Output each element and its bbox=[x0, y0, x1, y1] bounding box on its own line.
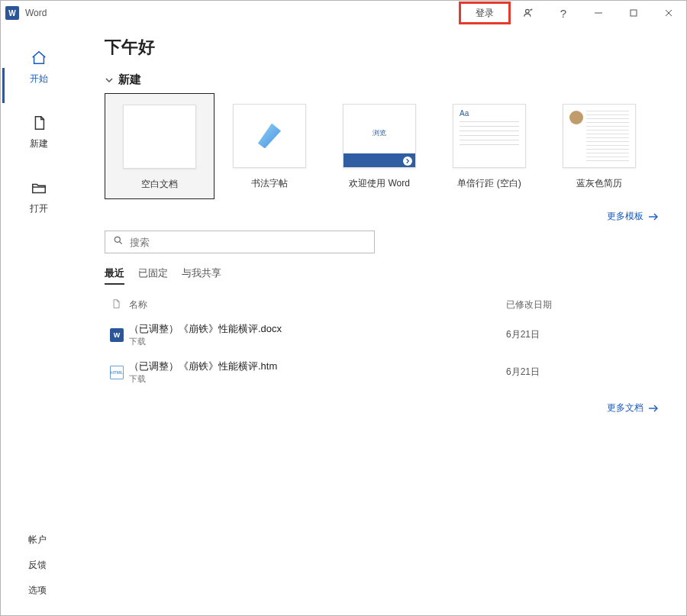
chevron-down-icon bbox=[105, 76, 114, 85]
file-location: 下载 bbox=[129, 336, 506, 347]
sidebar-footer-feedback[interactable]: 反馈 bbox=[1, 553, 77, 578]
new-section-title: 新建 bbox=[118, 73, 141, 87]
more-docs-label: 更多文档 bbox=[607, 402, 643, 414]
close-button[interactable] bbox=[651, 1, 686, 25]
sidebar-item-label: 打开 bbox=[1, 202, 77, 215]
sidebar-footer-options[interactable]: 选项 bbox=[1, 578, 77, 603]
minimize-button[interactable] bbox=[581, 1, 616, 25]
svg-point-0 bbox=[526, 9, 530, 13]
open-folder-icon bbox=[1, 178, 77, 198]
sidebar: 开始 新建 打开 帐户 反馈 选项 bbox=[1, 25, 77, 615]
col-name-label: 名称 bbox=[129, 298, 147, 311]
html-file-icon: HTML bbox=[105, 366, 129, 379]
file-row[interactable]: W （已调整）《崩铁》性能横评.docx 下载 6月21日 bbox=[105, 316, 659, 353]
file-location: 下载 bbox=[129, 373, 506, 385]
sidebar-item-label: 开始 bbox=[1, 73, 77, 85]
file-name: （已调整）《崩铁》性能横评.htm bbox=[129, 360, 506, 373]
template-gallery: 空白文档 书法字帖 浏览 欢迎使用 Word 单倍行距 (空白) 蓝灰色简历 bbox=[105, 93, 659, 199]
login-button[interactable]: 登录 bbox=[462, 5, 508, 21]
tab-shared[interactable]: 与我共享 bbox=[182, 267, 221, 285]
greeting-text: 下午好 bbox=[105, 36, 659, 59]
search-input[interactable] bbox=[130, 237, 366, 248]
new-section-header[interactable]: 新建 bbox=[105, 73, 659, 87]
sidebar-footer-account[interactable]: 帐户 bbox=[1, 527, 77, 553]
template-label: 书法字帖 bbox=[214, 177, 324, 190]
welcome-preview-text: 浏览 bbox=[344, 128, 415, 138]
arrow-right-icon bbox=[403, 156, 412, 166]
template-welcome[interactable]: 浏览 欢迎使用 Word bbox=[324, 93, 434, 198]
file-modified: 6月21日 bbox=[506, 366, 659, 379]
template-label: 单倍行距 (空白) bbox=[434, 177, 544, 190]
more-docs-link[interactable]: 更多文档 bbox=[607, 402, 659, 414]
main-area: 下午好 新建 空白文档 书法字帖 浏览 欢迎使用 Word 单倍行距 (空白) bbox=[77, 25, 686, 615]
login-highlight-box: 登录 bbox=[459, 2, 511, 24]
template-label: 欢迎使用 Word bbox=[324, 177, 434, 190]
template-thumb bbox=[123, 105, 196, 169]
search-box[interactable] bbox=[105, 231, 375, 253]
new-file-icon bbox=[1, 113, 77, 133]
file-row[interactable]: HTML （已调整）《崩铁》性能横评.htm 下载 6月21日 bbox=[105, 353, 659, 391]
help-icon[interactable]: ? bbox=[546, 1, 581, 25]
tab-pinned[interactable]: 已固定 bbox=[138, 267, 168, 285]
recent-tabs: 最近 已固定 与我共享 bbox=[105, 267, 659, 285]
sidebar-item-home[interactable]: 开始 bbox=[1, 48, 77, 85]
titlebar: W Word 登录 ? bbox=[1, 1, 686, 25]
sidebar-item-new[interactable]: 新建 bbox=[1, 113, 77, 150]
col-date-label: 已修改日期 bbox=[506, 298, 659, 311]
maximize-button[interactable] bbox=[616, 1, 651, 25]
sidebar-footer: 帐户 反馈 选项 bbox=[1, 527, 77, 603]
template-label: 蓝灰色简历 bbox=[544, 177, 654, 190]
template-resume-blue[interactable]: 蓝灰色简历 bbox=[544, 93, 654, 198]
file-name: （已调整）《崩铁》性能横评.docx bbox=[129, 322, 506, 336]
file-icon bbox=[111, 298, 121, 311]
template-single-space[interactable]: 单倍行距 (空白) bbox=[434, 93, 544, 198]
app-title: Word bbox=[25, 8, 47, 18]
sidebar-item-open[interactable]: 打开 bbox=[1, 178, 77, 215]
word-file-icon: W bbox=[105, 328, 129, 342]
file-modified: 6月21日 bbox=[506, 328, 659, 341]
template-thumb bbox=[453, 104, 526, 168]
tab-recent[interactable]: 最近 bbox=[105, 267, 124, 285]
template-calligraphy[interactable]: 书法字帖 bbox=[214, 93, 324, 198]
template-label: 空白文档 bbox=[105, 178, 214, 191]
app-logo: W bbox=[5, 6, 19, 20]
svg-rect-2 bbox=[631, 10, 637, 16]
more-templates-label: 更多模板 bbox=[607, 210, 643, 223]
arrow-right-icon bbox=[648, 213, 659, 221]
active-indicator bbox=[2, 68, 5, 103]
search-icon bbox=[113, 235, 124, 249]
svg-point-6 bbox=[114, 237, 120, 242]
sidebar-item-label: 新建 bbox=[1, 137, 77, 150]
home-icon bbox=[1, 48, 77, 68]
account-manager-icon[interactable] bbox=[511, 1, 546, 25]
file-list-header: 名称 已修改日期 bbox=[105, 295, 659, 316]
svg-line-7 bbox=[120, 242, 122, 244]
arrow-right-icon bbox=[648, 405, 659, 412]
template-thumb bbox=[563, 104, 636, 168]
more-templates-link[interactable]: 更多模板 bbox=[607, 210, 659, 223]
template-blank[interactable]: 空白文档 bbox=[105, 93, 214, 199]
template-thumb bbox=[233, 104, 306, 168]
template-thumb: 浏览 bbox=[343, 104, 416, 168]
